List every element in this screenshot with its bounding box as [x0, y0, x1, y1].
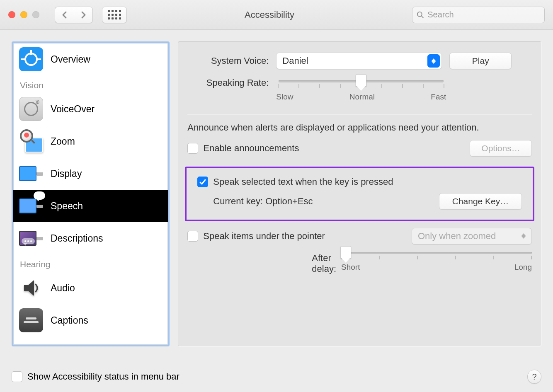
- sidebar-item-label: Overview: [51, 54, 90, 65]
- zoom-icon: [19, 129, 43, 153]
- speech-icon: [19, 194, 43, 218]
- current-key-row: Current key: Option+Esc Change Key…: [197, 193, 522, 210]
- sidebar-item-descriptions[interactable]: Descriptions: [13, 222, 168, 254]
- enable-announcements-label: Enable announcements: [203, 143, 299, 154]
- audio-icon: [19, 276, 43, 300]
- delay-slider[interactable]: [341, 252, 532, 254]
- content-area: Overview Vision ))) VoiceOver Zoom Displ…: [0, 30, 553, 392]
- rate-label-fast: Fast: [431, 92, 446, 102]
- check-icon: [199, 178, 206, 186]
- sidebar-item-captions[interactable]: Captions: [13, 304, 168, 336]
- after-delay-label: After delay:: [312, 253, 336, 274]
- sidebar-item-label: Zoom: [51, 136, 75, 147]
- play-button[interactable]: Play: [449, 53, 512, 69]
- sidebar-item-label: Display: [51, 168, 82, 179]
- enable-announcements-checkbox[interactable]: [187, 143, 198, 154]
- window-titlebar: Accessibility: [0, 0, 553, 30]
- pointer-mode-select: Only when zoomed: [412, 228, 532, 244]
- sidebar-item-overview[interactable]: Overview: [13, 43, 168, 75]
- traffic-lights: [8, 11, 50, 18]
- speaking-rate-row: Speaking Rate: Slow Normal Fast: [187, 77, 532, 102]
- enable-announcements-row[interactable]: Enable announcements: [187, 143, 299, 154]
- sidebar[interactable]: Overview Vision ))) VoiceOver Zoom Displ…: [12, 41, 170, 346]
- sidebar-header-hearing: Hearing: [13, 254, 168, 272]
- system-voice-label: System Voice:: [187, 56, 269, 66]
- options-button: Options…: [470, 140, 532, 157]
- accessibility-icon: [19, 47, 43, 71]
- voiceover-icon: ))): [19, 97, 43, 121]
- speak-selected-highlight: Speak selected text when the key is pres…: [185, 167, 534, 221]
- maximize-icon: [32, 11, 39, 18]
- close-icon[interactable]: [8, 11, 15, 18]
- show-status-row[interactable]: Show Accessibility status in menu bar: [12, 371, 179, 382]
- sidebar-item-label: Speech: [51, 201, 83, 212]
- bottom-bar: Show Accessibility status in menu bar ?: [12, 370, 541, 384]
- descriptions-icon: [19, 226, 43, 250]
- speaking-rate-slider[interactable]: Slow Normal Fast: [276, 77, 446, 102]
- show-all-button[interactable]: [102, 7, 127, 23]
- grid-icon: [108, 10, 121, 19]
- chevron-left-icon: [61, 11, 68, 19]
- nav-buttons: [55, 7, 93, 23]
- forward-button[interactable]: [74, 7, 93, 23]
- search-field-wrap: [412, 7, 545, 23]
- divider: [187, 114, 532, 114]
- change-key-button[interactable]: Change Key…: [439, 193, 522, 210]
- speaking-rate-label: Speaking Rate:: [187, 77, 269, 102]
- rate-label-normal: Normal: [349, 92, 375, 102]
- sidebar-item-label: VoiceOver: [51, 104, 95, 115]
- sidebar-item-label: Descriptions: [51, 233, 103, 244]
- search-input[interactable]: [427, 10, 540, 19]
- svg-line-1: [422, 16, 424, 18]
- system-voice-row: System Voice: Daniel Play: [187, 53, 532, 69]
- search-field[interactable]: [412, 7, 545, 23]
- sidebar-item-display[interactable]: Display: [13, 157, 168, 190]
- speak-pointer-checkbox[interactable]: [187, 231, 198, 242]
- settings-panel: System Voice: Daniel Play Speaking Rate:…: [178, 41, 541, 346]
- svg-point-0: [417, 12, 422, 16]
- back-button[interactable]: [55, 7, 74, 23]
- show-status-label: Show Accessibility status in menu bar: [27, 371, 179, 382]
- window-title: Accessibility: [132, 10, 407, 20]
- speak-selected-row[interactable]: Speak selected text when the key is pres…: [197, 177, 522, 187]
- minimize-icon[interactable]: [20, 11, 27, 18]
- speak-selected-label: Speak selected text when the key is pres…: [213, 177, 393, 187]
- speak-pointer-row[interactable]: Speak items under the pointer: [187, 231, 325, 242]
- sidebar-item-audio[interactable]: Audio: [13, 272, 168, 304]
- chevron-right-icon: [80, 11, 87, 19]
- current-key-label: Current key: Option+Esc: [213, 196, 313, 207]
- delay-label-long: Long: [514, 263, 532, 272]
- sidebar-item-label: Captions: [51, 315, 88, 326]
- announce-description: Announce when alerts are displayed or ap…: [187, 121, 532, 134]
- delay-label-short: Short: [341, 263, 360, 272]
- search-icon: [417, 11, 424, 19]
- system-voice-select[interactable]: Daniel: [276, 53, 442, 69]
- show-status-checkbox[interactable]: [12, 371, 22, 382]
- slider-thumb[interactable]: [356, 74, 366, 87]
- rate-label-slow: Slow: [276, 92, 293, 102]
- captions-icon: [19, 308, 43, 332]
- speak-pointer-label: Speak items under the pointer: [203, 231, 325, 242]
- display-icon: [19, 162, 43, 186]
- sidebar-item-label: Audio: [51, 283, 75, 294]
- help-button[interactable]: ?: [527, 370, 541, 384]
- pointer-mode-value: Only when zoomed: [418, 231, 496, 242]
- sidebar-item-speech[interactable]: Speech: [13, 190, 168, 222]
- sidebar-item-voiceover[interactable]: ))) VoiceOver: [13, 93, 168, 125]
- system-voice-value: Daniel: [282, 56, 308, 66]
- sidebar-item-zoom[interactable]: Zoom: [13, 125, 168, 157]
- sidebar-header-vision: Vision: [13, 75, 168, 93]
- slider-thumb[interactable]: [340, 246, 351, 259]
- speak-selected-checkbox[interactable]: [197, 177, 208, 187]
- chevron-updown-icon: [427, 54, 440, 68]
- chevron-updown-icon: [517, 230, 530, 243]
- after-delay-row: After delay: Short Long: [187, 252, 532, 273]
